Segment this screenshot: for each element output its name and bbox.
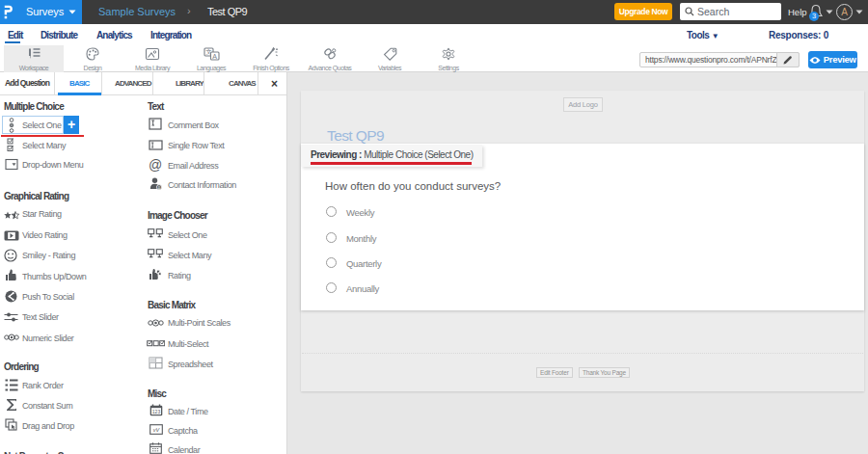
svg-text:vV: vV: [153, 427, 161, 433]
svg-text:123: 123: [152, 409, 161, 414]
svg-text:A: A: [212, 53, 217, 60]
